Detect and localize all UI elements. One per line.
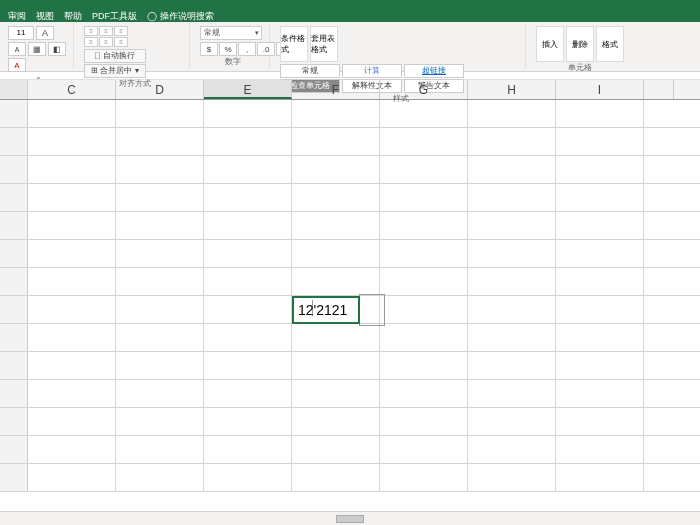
border-icon[interactable]: ▦ — [28, 42, 46, 56]
cell[interactable] — [28, 436, 116, 463]
cell[interactable] — [556, 352, 644, 379]
cell[interactable] — [380, 296, 468, 323]
cell[interactable] — [292, 464, 380, 491]
cell[interactable] — [468, 352, 556, 379]
cell[interactable] — [116, 436, 204, 463]
row-header[interactable] — [0, 212, 28, 239]
grid[interactable]: 12'2121 — [0, 100, 700, 511]
cell[interactable] — [380, 464, 468, 491]
cell[interactable] — [556, 184, 644, 211]
cell[interactable] — [380, 324, 468, 351]
align-top-icon[interactable]: ≡ — [84, 26, 98, 36]
cell[interactable] — [28, 296, 116, 323]
cell[interactable] — [204, 464, 292, 491]
menu-help[interactable]: 帮助 — [64, 10, 82, 23]
cell[interactable] — [116, 184, 204, 211]
cell[interactable] — [380, 128, 468, 155]
cell[interactable] — [28, 184, 116, 211]
comma-icon[interactable]: , — [238, 42, 256, 56]
cell[interactable] — [292, 436, 380, 463]
conditional-format-button[interactable]: 条件格式 — [280, 26, 308, 62]
cell[interactable] — [468, 324, 556, 351]
insert-button[interactable]: 插入 — [536, 26, 564, 62]
cell[interactable] — [380, 352, 468, 379]
cell[interactable] — [556, 324, 644, 351]
cell[interactable] — [116, 324, 204, 351]
cell[interactable] — [292, 184, 380, 211]
cell[interactable] — [28, 464, 116, 491]
cell[interactable] — [204, 184, 292, 211]
cell[interactable] — [116, 100, 204, 127]
cell[interactable] — [204, 100, 292, 127]
align-bottom-icon[interactable]: ≡ — [114, 26, 128, 36]
cell[interactable] — [28, 156, 116, 183]
menu-review[interactable]: 审阅 — [8, 10, 26, 23]
cell[interactable] — [468, 156, 556, 183]
cell[interactable] — [380, 268, 468, 295]
row-header[interactable] — [0, 296, 28, 323]
cell[interactable] — [468, 212, 556, 239]
cell[interactable] — [292, 240, 380, 267]
currency-icon[interactable]: $ — [200, 42, 218, 56]
cell[interactable] — [204, 436, 292, 463]
cell[interactable] — [204, 212, 292, 239]
cell[interactable] — [204, 324, 292, 351]
cell[interactable] — [116, 380, 204, 407]
row-header[interactable] — [0, 464, 28, 491]
col-header-i[interactable]: I — [556, 80, 644, 99]
style-normal[interactable]: 常规 — [280, 64, 340, 78]
cell[interactable] — [28, 408, 116, 435]
cell[interactable] — [556, 268, 644, 295]
col-header-last[interactable] — [644, 80, 674, 99]
cell[interactable] — [468, 296, 556, 323]
cell[interactable] — [292, 212, 380, 239]
cell[interactable] — [556, 100, 644, 127]
row-header[interactable] — [0, 268, 28, 295]
cell[interactable] — [116, 296, 204, 323]
cell[interactable] — [468, 408, 556, 435]
col-header-c[interactable]: C — [28, 80, 116, 99]
cell[interactable] — [380, 100, 468, 127]
row-header[interactable] — [0, 240, 28, 267]
col-header-h[interactable]: H — [468, 80, 556, 99]
align-right-icon[interactable]: ≡ — [114, 37, 128, 47]
cell[interactable] — [28, 324, 116, 351]
cell[interactable] — [468, 100, 556, 127]
row-header[interactable] — [0, 380, 28, 407]
cell[interactable] — [204, 156, 292, 183]
cell[interactable] — [292, 100, 380, 127]
format-button[interactable]: 格式 — [596, 26, 624, 62]
cell[interactable] — [204, 380, 292, 407]
cell[interactable] — [28, 352, 116, 379]
inc-decimal-icon[interactable]: .0 — [257, 42, 275, 56]
cell[interactable] — [556, 156, 644, 183]
cell[interactable] — [292, 324, 380, 351]
cell[interactable] — [28, 100, 116, 127]
cell[interactable] — [380, 408, 468, 435]
cell[interactable] — [556, 296, 644, 323]
row-header[interactable] — [0, 436, 28, 463]
cell[interactable] — [28, 128, 116, 155]
cell[interactable] — [468, 380, 556, 407]
number-format-dropdown[interactable]: 常规 — [200, 26, 262, 40]
menu-view[interactable]: 视图 — [36, 10, 54, 23]
col-header-d[interactable]: D — [116, 80, 204, 99]
cell[interactable] — [28, 268, 116, 295]
cell[interactable] — [292, 156, 380, 183]
fill-color-icon[interactable]: ◧ — [48, 42, 66, 56]
cell[interactable] — [116, 464, 204, 491]
cell[interactable] — [204, 408, 292, 435]
row-header[interactable] — [0, 100, 28, 127]
menu-tell-me[interactable]: ◯ 操作说明搜索 — [147, 10, 214, 23]
cell[interactable] — [556, 212, 644, 239]
horizontal-scroll-thumb[interactable] — [336, 515, 364, 523]
row-header[interactable] — [0, 156, 28, 183]
active-cell-e[interactable]: 12'2121 — [292, 296, 360, 324]
cell[interactable] — [380, 436, 468, 463]
cell[interactable] — [204, 240, 292, 267]
cell[interactable] — [28, 380, 116, 407]
cell[interactable] — [292, 268, 380, 295]
align-center-icon[interactable]: ≡ — [99, 37, 113, 47]
row-header[interactable] — [0, 408, 28, 435]
cell[interactable] — [380, 184, 468, 211]
